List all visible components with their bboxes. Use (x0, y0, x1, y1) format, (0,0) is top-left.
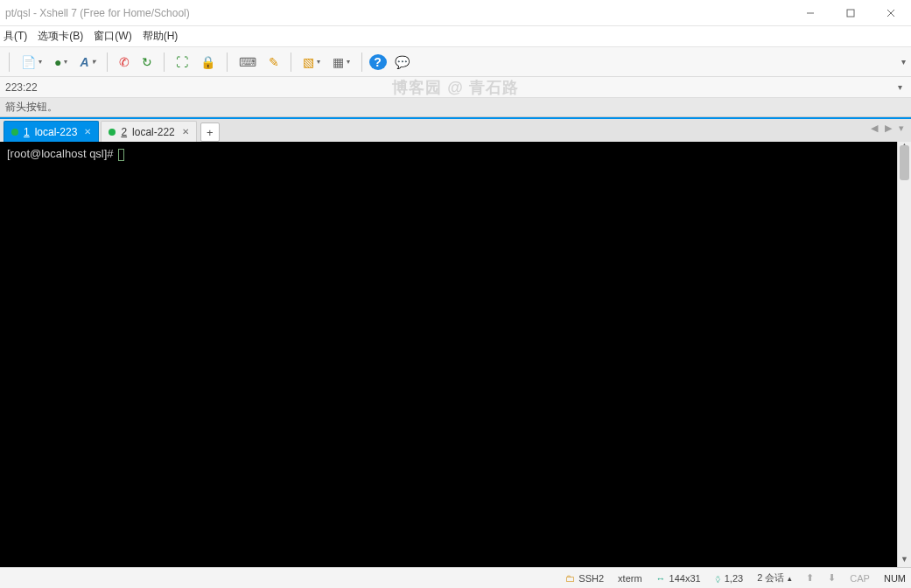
tab-index: 2 (121, 126, 127, 138)
tool-help[interactable]: ? (369, 54, 387, 70)
toolbar-separator (291, 52, 291, 72)
menu-help[interactable]: 帮助(H) (143, 29, 179, 44)
maximize-button[interactable] (830, 0, 871, 26)
tab-nav: ◀ ▶ ▾ (871, 122, 904, 134)
status-cursor-label: 1,23 (725, 573, 743, 584)
tool-keyboard[interactable]: ⌨ (235, 52, 261, 72)
tab-list-dropdown[interactable]: ▾ (899, 122, 904, 134)
tool-disconnect[interactable]: ✆ (115, 52, 134, 72)
close-icon (886, 9, 895, 18)
bubble-icon: 💬 (395, 55, 410, 69)
status-cursor: ⎀ 1,23 (715, 573, 743, 584)
terminal-prompt: [root@localhost qsl]# (7, 147, 116, 160)
tab-close[interactable]: ✕ (84, 127, 91, 136)
toolbar-separator (107, 52, 108, 72)
brush-icon: ✎ (269, 55, 279, 69)
resize-icon: ↔ (656, 573, 666, 584)
minimize-button[interactable] (790, 0, 830, 26)
address-bar[interactable]: 223:22 博客园 @ 青石路 ▾ (0, 77, 911, 98)
status-sessions-label: 2 会话 (757, 571, 784, 584)
tab-next[interactable]: ▶ (885, 122, 892, 134)
hint-text: 箭头按钮。 (5, 100, 58, 115)
title-bar: pt/qsl - Xshell 7 (Free for Home/School) (0, 0, 911, 26)
minimize-icon (806, 9, 815, 18)
grid-icon: ▦ (333, 55, 344, 69)
menu-bar: 具(T) 选项卡(B) 窗口(W) 帮助(H) (0, 26, 911, 47)
tool-reconnect[interactable]: ↻ (137, 52, 157, 72)
status-protocol: 🗀 SSH2 (565, 573, 604, 584)
tab-prev[interactable]: ◀ (871, 122, 878, 134)
newtab-icon: ▧ (303, 55, 314, 69)
tool-layout[interactable]: ▦ (328, 52, 354, 72)
tool-globe[interactable]: ● (50, 52, 72, 72)
maximize-icon (846, 9, 855, 18)
tab-label: local-223 (35, 126, 78, 138)
lock-icon: 🔒 (200, 55, 215, 69)
terminal-area: [root@localhost qsl]# ▲ ▼ (0, 142, 911, 567)
status-size: ↔ 144x31 (656, 573, 701, 584)
phone-icon: ✆ (119, 55, 130, 69)
toolbar-separator (361, 52, 362, 72)
status-dot-icon (11, 129, 18, 136)
scrollbar[interactable]: ▲ ▼ (897, 142, 911, 567)
menu-tools[interactable]: 具(T) (4, 29, 27, 44)
status-size-label: 144x31 (669, 573, 701, 584)
font-icon: A (80, 55, 88, 69)
refresh-icon: ↻ (142, 55, 152, 69)
toolbar-separator (9, 52, 10, 72)
address-value: 223:22 (5, 81, 38, 94)
svg-rect-1 (847, 10, 854, 17)
tool-lock[interactable]: 🔒 (196, 52, 220, 72)
toolbar: 📄 ● A ✆ ↻ ⛶ 🔒 ⌨ ✎ ▧ ▦ ? 💬 ▾ (0, 47, 911, 77)
menu-window[interactable]: 窗口(W) (94, 29, 131, 44)
session-tab-strip: 1 local-223 ✕ 2 local-222 ✕ + ◀ ▶ ▾ (0, 117, 911, 142)
toolbar-separator (164, 52, 165, 72)
watermark-text: 博客园 @ 青石路 (392, 77, 519, 98)
status-sessions[interactable]: 2 会话 ▴ (757, 571, 792, 584)
scroll-down-icon[interactable]: ▼ (898, 555, 911, 567)
status-dot-icon (109, 129, 116, 136)
tab-label: local-222 (132, 126, 175, 138)
globe-icon: ● (54, 55, 61, 69)
tool-newwindow[interactable]: ▧ (298, 52, 325, 72)
toolbar-separator (227, 52, 228, 72)
tool-highlight[interactable]: ✎ (264, 52, 284, 72)
status-termtype: xterm (618, 573, 642, 584)
terminal-cursor (118, 149, 124, 161)
menu-tabs[interactable]: 选项卡(B) (38, 29, 83, 44)
folder-icon: 📄 (21, 55, 36, 69)
tool-feedback[interactable]: 💬 (390, 52, 414, 72)
status-numlock: NUM (884, 573, 906, 584)
window-title: pt/qsl - Xshell 7 (Free for Home/School) (0, 7, 190, 19)
session-tab-1[interactable]: 1 local-223 ✕ (4, 121, 99, 142)
scroll-thumb[interactable] (900, 145, 909, 180)
folder-icon: 🗀 (565, 573, 575, 584)
tab-close[interactable]: ✕ (182, 127, 189, 136)
expand-icon: ⛶ (176, 55, 188, 69)
address-dropdown[interactable]: ▾ (898, 82, 902, 92)
hint-bar: 箭头按钮。 (0, 98, 911, 117)
chevron-up-icon: ▴ (788, 574, 792, 583)
tool-folder[interactable]: 📄 (17, 52, 46, 72)
tool-fullscreen[interactable]: ⛶ (172, 52, 193, 72)
session-tab-2[interactable]: 2 local-222 ✕ (101, 121, 196, 142)
toolbar-overflow[interactable]: ▾ (901, 57, 906, 66)
new-tab-button[interactable]: + (200, 122, 220, 142)
status-nav-down[interactable]: ⬇ (828, 572, 836, 584)
status-bar: 🗀 SSH2 xterm ↔ 144x31 ⎀ 1,23 2 会话 ▴ ⬆ ⬇ … (0, 567, 911, 588)
terminal[interactable]: [root@localhost qsl]# (0, 142, 897, 567)
tool-font[interactable]: A (75, 52, 99, 72)
status-capslock: CAP (850, 573, 870, 584)
close-button[interactable] (871, 0, 911, 26)
window-buttons (790, 0, 911, 26)
tab-index: 1 (24, 126, 30, 138)
status-protocol-label: SSH2 (578, 573, 604, 584)
cursor-icon: ⎀ (715, 573, 721, 584)
keyboard-icon: ⌨ (239, 55, 256, 69)
help-icon: ? (374, 55, 382, 69)
status-nav-up[interactable]: ⬆ (806, 572, 814, 584)
